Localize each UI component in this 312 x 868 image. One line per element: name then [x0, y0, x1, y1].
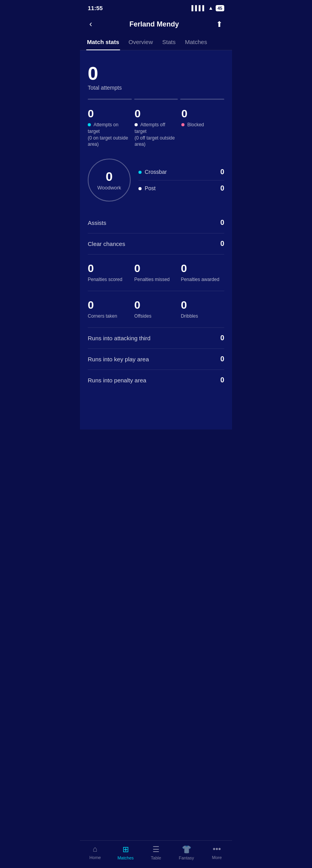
share-button[interactable]: ⬆: [213, 18, 226, 30]
progress-bar-3: [180, 99, 224, 100]
runs-penalty-area-label: Runs into penalty area: [88, 377, 146, 384]
clear-chances-row: Clear chances 0: [88, 233, 224, 255]
attempts-breakdown: 0 Attempts on target (0 on target outsid…: [88, 108, 224, 148]
progress-bar-1: [88, 99, 132, 100]
runs-attacking-third-label: Runs into attacking third: [88, 335, 151, 341]
penalties-missed: 0 Penalties missed: [134, 262, 177, 283]
corners-taken-value: 0: [88, 299, 131, 311]
runs-attacking-third-row: Runs into attacking third 0: [88, 328, 224, 349]
penalties-awarded-value: 0: [181, 262, 224, 275]
dribbles-value: 0: [181, 299, 224, 311]
penalties-scored-value: 0: [88, 262, 131, 275]
penalties-awarded: 0 Penalties awarded: [181, 262, 224, 283]
back-button[interactable]: ‹: [86, 18, 95, 31]
woodwork-details: Crossbar 0 Post 0: [138, 164, 224, 196]
crossbar-label: Crossbar: [138, 169, 167, 175]
corners-taken-label: Corners taken: [88, 313, 131, 320]
clear-chances-value: 0: [220, 240, 224, 248]
tab-overview[interactable]: Overview: [128, 35, 154, 50]
penalties-missed-label: Penalties missed: [134, 276, 177, 283]
runs-key-play-area-value: 0: [220, 355, 224, 363]
crossbar-row: Crossbar 0: [138, 164, 224, 180]
blocked-value: 0: [181, 108, 224, 120]
penalties-section: 0 Penalties scored 0 Penalties missed 0 …: [88, 255, 224, 291]
woodwork-circle: 0 Woodwork: [88, 159, 131, 202]
post-row: Post 0: [138, 180, 224, 196]
header: ‹ Ferland Mendy ⬆: [80, 14, 232, 35]
offsides-label: Offsides: [134, 313, 177, 320]
battery-indicator: 45: [216, 5, 224, 11]
dribbles-label: Dribbles: [181, 313, 224, 320]
penalties-scored-label: Penalties scored: [88, 276, 131, 283]
post-label: Post: [138, 185, 156, 191]
offsides-value: 0: [134, 299, 177, 311]
status-icons: ▌▌▌▌ ▲ 45: [191, 5, 224, 11]
runs-attacking-third-value: 0: [220, 334, 224, 342]
tab-stats[interactable]: Stats: [161, 35, 176, 50]
dribbles: 0 Dribbles: [181, 299, 224, 320]
offsides: 0 Offsides: [134, 299, 177, 320]
post-value: 0: [220, 184, 224, 193]
penalties-scored: 0 Penalties scored: [88, 262, 131, 283]
attempts-off-target-label: Attempts off target (0 off target outsid…: [135, 122, 177, 148]
main-content: 0 Total attempts 0 Attempts on target (0…: [80, 50, 232, 430]
tab-match-stats[interactable]: Match stats: [86, 35, 120, 50]
white-dot: [135, 123, 138, 126]
runs-key-play-area-label: Runs into key play area: [88, 356, 149, 362]
crossbar-value: 0: [220, 168, 224, 176]
total-attempts-section: 0 Total attempts: [88, 58, 224, 99]
attempts-on-target-label: Attempts on target (0 on target outside …: [88, 122, 131, 148]
crossbar-dot: [138, 171, 142, 174]
woodwork-label: Woodwork: [97, 185, 121, 191]
runs-penalty-area-value: 0: [220, 376, 224, 384]
status-bar: 11:55 ▌▌▌▌ ▲ 45: [80, 0, 232, 14]
woodwork-value: 0: [106, 170, 113, 184]
progress-bars: [88, 99, 224, 100]
runs-key-play-area-row: Runs into key play area 0: [88, 349, 224, 370]
blocked-attempts: 0 Blocked: [181, 108, 224, 148]
tabs-nav: Match stats Overview Stats Matches: [80, 35, 232, 50]
penalties-awarded-label: Penalties awarded: [181, 276, 224, 283]
signal-icon: ▌▌▌▌: [191, 5, 206, 11]
woodwork-section: 0 Woodwork Crossbar 0 Post 0: [88, 159, 224, 202]
penalties-missed-value: 0: [134, 262, 177, 275]
status-time: 11:55: [88, 5, 103, 11]
assists-label: Assists: [88, 219, 106, 226]
assists-value: 0: [220, 219, 224, 227]
post-dot: [138, 187, 142, 190]
total-attempts-value: 0: [88, 64, 224, 83]
wifi-icon: ▲: [208, 5, 213, 11]
assists-row: Assists 0: [88, 212, 224, 233]
clear-chances-label: Clear chances: [88, 240, 125, 247]
cyan-dot: [88, 123, 91, 126]
total-attempts-label: Total attempts: [88, 85, 224, 91]
blocked-label: Blocked: [181, 122, 224, 128]
pink-dot: [181, 123, 184, 126]
attempts-off-target: 0 Attempts off target (0 off target outs…: [135, 108, 177, 148]
attempts-on-target: 0 Attempts on target (0 on target outsid…: [88, 108, 131, 148]
runs-penalty-area-row: Runs into penalty area 0: [88, 370, 224, 391]
tab-matches[interactable]: Matches: [184, 35, 208, 50]
corners-taken: 0 Corners taken: [88, 299, 131, 320]
progress-bar-2: [134, 99, 178, 100]
corners-section: 0 Corners taken 0 Offsides 0 Dribbles: [88, 291, 224, 328]
attempts-off-target-value: 0: [135, 108, 177, 120]
attempts-on-target-value: 0: [88, 108, 131, 120]
page-title: Ferland Mendy: [129, 20, 179, 28]
